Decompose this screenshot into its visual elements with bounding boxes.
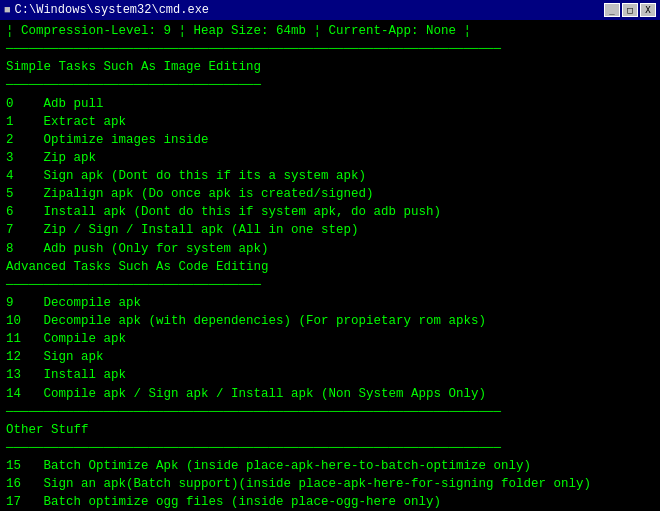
maximize-button[interactable]: □ bbox=[622, 3, 638, 17]
console-area[interactable]: ¦ Compression-Level: 9 ¦ Heap Size: 64mb… bbox=[0, 20, 660, 511]
console-line: Simple Tasks Such As Image Editing bbox=[6, 58, 654, 76]
console-line: 12 Sign apk bbox=[6, 348, 654, 366]
console-line: 17 Batch optimize ogg files (inside plac… bbox=[6, 493, 654, 511]
console-line: 11 Compile apk bbox=[6, 330, 654, 348]
console-line: 6 Install apk (Dont do this if system ap… bbox=[6, 203, 654, 221]
cmd-icon: ■ bbox=[4, 4, 11, 16]
console-line: ────────────────────────────────── bbox=[6, 276, 654, 294]
titlebar-left: ■ C:\Windows\system32\cmd.exe bbox=[4, 3, 209, 17]
console-line: ────────────────────────────────────────… bbox=[6, 439, 654, 457]
console-line: ¦ Compression-Level: 9 ¦ Heap Size: 64mb… bbox=[6, 22, 654, 40]
console-line: 13 Install apk bbox=[6, 366, 654, 384]
console-line: 10 Decompile apk (with dependencies) (Fo… bbox=[6, 312, 654, 330]
minimize-button[interactable]: _ bbox=[604, 3, 620, 17]
console-line: 15 Batch Optimize Apk (inside place-apk-… bbox=[6, 457, 654, 475]
console-line: 8 Adb push (Only for system apk) bbox=[6, 240, 654, 258]
console-line: 1 Extract apk bbox=[6, 113, 654, 131]
titlebar: ■ C:\Windows\system32\cmd.exe _ □ X bbox=[0, 0, 660, 20]
console-line: 9 Decompile apk bbox=[6, 294, 654, 312]
console-line: 7 Zip / Sign / Install apk (All in one s… bbox=[6, 221, 654, 239]
titlebar-controls: _ □ X bbox=[604, 3, 656, 17]
console-line: ────────────────────────────────── bbox=[6, 76, 654, 94]
console-line: 0 Adb pull bbox=[6, 95, 654, 113]
console-line: 14 Compile apk / Sign apk / Install apk … bbox=[6, 385, 654, 403]
console-line: Advanced Tasks Such As Code Editing bbox=[6, 258, 654, 276]
console-line: 3 Zip apk bbox=[6, 149, 654, 167]
window-title: C:\Windows\system32\cmd.exe bbox=[15, 3, 209, 17]
console-line: 5 Zipalign apk (Do once apk is created/s… bbox=[6, 185, 654, 203]
console-line: ────────────────────────────────────────… bbox=[6, 403, 654, 421]
console-line: Other Stuff bbox=[6, 421, 654, 439]
console-line: 16 Sign an apk(Batch support)(inside pla… bbox=[6, 475, 654, 493]
cmd-window: ■ C:\Windows\system32\cmd.exe _ □ X ¦ Co… bbox=[0, 0, 660, 511]
close-button[interactable]: X bbox=[640, 3, 656, 17]
console-line: 2 Optimize images inside bbox=[6, 131, 654, 149]
console-line: 4 Sign apk (Dont do this if its a system… bbox=[6, 167, 654, 185]
console-line: ────────────────────────────────────────… bbox=[6, 40, 654, 58]
